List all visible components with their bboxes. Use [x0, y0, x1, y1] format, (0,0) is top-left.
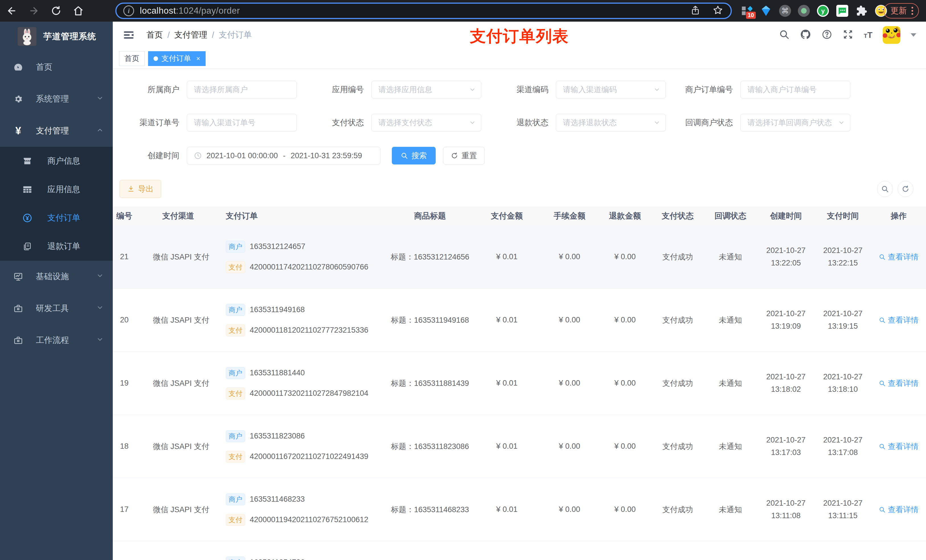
extension-y-icon[interactable]: y [817, 5, 829, 17]
app-title: 芋道管理系统 [43, 31, 96, 42]
cell-create-time: 2021-10-27 13:11:08 [757, 497, 814, 522]
cell-id: 20 [113, 315, 153, 325]
cell-pay-time: 2021-10-27 13:18:10 [814, 371, 872, 395]
user-avatar[interactable] [883, 26, 900, 44]
pay-status-select[interactable]: 请选择支付状态 [371, 114, 481, 131]
toggle-search-button[interactable] [877, 181, 893, 197]
sidebar-item-merchant-info[interactable]: 商户信息 [0, 147, 113, 175]
chevron-down-icon [838, 119, 845, 126]
notify-status-select[interactable]: 请选择订单回调商户状态 [740, 114, 850, 131]
fullscreen-icon[interactable] [843, 29, 853, 41]
sidebar-item-pay-order[interactable]: 支付订单 [0, 204, 113, 232]
filter-merchant: 所属商户 请选择所属商户 [120, 81, 304, 98]
sidebar-item-system[interactable]: 系统管理 [0, 83, 113, 115]
channel-order-no-input[interactable]: 请输入渠道订单号 [187, 114, 297, 131]
cell-notify: 未通知 [703, 504, 757, 515]
sidebar-item-home[interactable]: 首页 [0, 51, 113, 83]
cell-pay-time: 2021-10-27 13:19:15 [814, 308, 872, 332]
view-detail-link[interactable]: 查看详情 [872, 252, 926, 262]
extension-chat-icon[interactable] [836, 5, 849, 17]
filter-channel-code: 渠道编码 请输入渠道编码 [489, 81, 673, 98]
table-row: 20 微信 JSAPI 支付 商户 1635311949168 支付 42000… [113, 288, 926, 352]
documents-icon [22, 242, 33, 251]
tag-home[interactable]: 首页 [119, 51, 145, 66]
tag-close-icon[interactable]: × [196, 54, 200, 63]
refund-status-select[interactable]: 请选择退款状态 [556, 114, 666, 131]
channel-code-select[interactable]: 请输入渠道编码 [556, 81, 666, 98]
cell-create-time: 2021-10-27 13:18:02 [757, 371, 814, 395]
browser-back-icon[interactable] [6, 5, 17, 16]
sidebar-item-workflow[interactable]: 工作流程 [0, 325, 113, 356]
sidebar: 芋道管理系统 首页 系统管理 ¥ 支付管理 商户信息 [0, 22, 113, 560]
breadcrumb-home[interactable]: 首页 [146, 29, 163, 41]
extension-grid-icon[interactable]: 10 [740, 5, 753, 17]
col-header-notify: 回调状态 [703, 211, 757, 221]
chevron-down-icon [96, 272, 104, 281]
refresh-table-button[interactable] [897, 181, 914, 197]
sidebar-item-app-info[interactable]: 应用信息 [0, 175, 113, 204]
header-search-icon[interactable] [779, 29, 790, 41]
app-select[interactable]: 请选择应用信息 [371, 81, 481, 98]
channel-order-no: 4200001181202110277723215336 [250, 326, 368, 335]
monitor-chart-icon [12, 272, 24, 281]
browser-home-icon[interactable] [73, 5, 84, 16]
view-detail-link[interactable]: 查看详情 [872, 441, 926, 451]
channel-tag: 支付 [226, 325, 245, 337]
date-range-input[interactable]: 2021-10-01 00:00:00 - 2021-10-31 23:59:5… [187, 147, 380, 165]
sidebar-item-devtools[interactable]: 研发工具 [0, 293, 113, 325]
tag-pay-order[interactable]: 支付订单 × [148, 51, 206, 66]
export-button[interactable]: 导出 [120, 180, 161, 198]
cell-title: 标题：1635311949168 [387, 315, 473, 325]
cell-amount: ¥ 0.01 [473, 252, 541, 261]
browser-menu-icon[interactable] [911, 7, 913, 15]
table-body: 21 微信 JSAPI 支付 商户 1635312124657 支付 42000… [113, 225, 926, 560]
merchant-order-no-input[interactable]: 请输入商户订单编号 [740, 81, 850, 98]
share-icon[interactable] [690, 5, 701, 17]
view-detail-link[interactable]: 查看详情 [872, 315, 926, 325]
table-row: 19 微信 JSAPI 支付 商户 1635311881440 支付 42000… [113, 352, 926, 415]
sidebar-item-infra[interactable]: 基础设施 [0, 261, 113, 293]
table-grid-icon [22, 185, 33, 194]
cell-pay-time: 2021-10-27 13:11:15 [814, 497, 872, 522]
github-icon[interactable] [800, 29, 811, 41]
cell-fee: ¥ 0.00 [541, 315, 598, 325]
update-label: 更新 [890, 5, 907, 17]
tags-view-bar: 首页 支付订单 × [113, 48, 926, 69]
help-icon[interactable] [822, 29, 832, 41]
browser-update-button[interactable]: 更新 [884, 3, 919, 18]
browser-forward-icon[interactable] [29, 5, 39, 16]
sidebar-item-payment[interactable]: ¥ 支付管理 [0, 115, 113, 147]
cell-order: 商户 1635311468233 支付 42000011942021102767… [204, 494, 387, 526]
address-bar[interactable]: i localhost:1024/pay/order [115, 3, 732, 19]
page-title-annotation: 支付订单列表 [470, 26, 569, 47]
table-row: 17 微信 JSAPI 支付 商户 1635311468233 支付 42000… [113, 478, 926, 541]
site-info-icon[interactable]: i [123, 5, 134, 16]
cell-status: 支付成功 [652, 378, 703, 388]
extension-dot-icon[interactable] [798, 5, 810, 17]
avatar-caret-icon[interactable] [911, 33, 916, 37]
filter-channel-order-no: 渠道订单号 请输入渠道订单号 [120, 114, 304, 131]
view-detail-link[interactable]: 查看详情 [872, 504, 926, 515]
col-header-status: 支付状态 [652, 211, 703, 221]
view-detail-link[interactable]: 查看详情 [872, 378, 926, 388]
col-header-channel: 支付渠道 [153, 211, 204, 221]
table-header: 编号 支付渠道 支付订单 商品标题 支付金额 手续金额 退款金额 支付状态 回调… [113, 207, 926, 225]
extension-gem-icon[interactable] [760, 5, 772, 17]
font-size-icon[interactable]: TT [864, 30, 873, 40]
sidebar-item-refund-order[interactable]: 退款订单 [0, 232, 113, 261]
sidebar-logo-row[interactable]: 芋道管理系统 [0, 22, 113, 51]
dashboard-icon [12, 62, 24, 72]
browser-reload-icon[interactable] [51, 5, 62, 16]
merchant-select[interactable]: 请选择所属商户 [187, 81, 297, 98]
reset-button[interactable]: 重置 [443, 147, 485, 165]
extension-puzzle-icon[interactable] [855, 5, 868, 17]
toolbox-icon [12, 335, 24, 345]
browser-chrome: i localhost:1024/pay/order 10 ⌘ y 更新 [0, 0, 926, 22]
search-button[interactable]: 搜索 [392, 147, 436, 165]
bookmark-star-icon[interactable] [713, 5, 723, 17]
breadcrumb-current: 支付订单 [219, 29, 252, 41]
extension-command-icon[interactable]: ⌘ [779, 5, 791, 17]
cell-title: 标题：1635311823086 [387, 441, 473, 451]
sidebar-toggle-icon[interactable] [123, 29, 135, 41]
app-logo [18, 27, 36, 46]
